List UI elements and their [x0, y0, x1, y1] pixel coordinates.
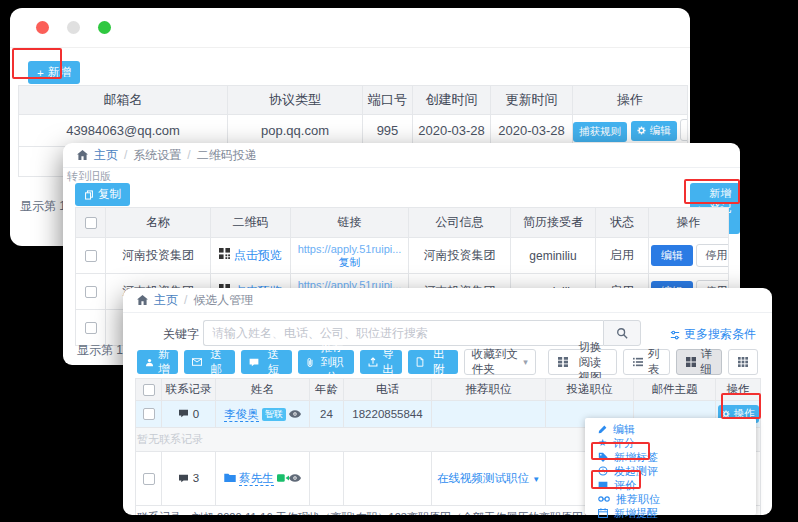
- col-contact-records: 联系记录: [162, 379, 216, 401]
- qr-cell: 点击预览: [211, 238, 291, 274]
- copy-label: 复制: [98, 187, 121, 202]
- search-icon: [616, 327, 628, 339]
- person-icon: [145, 358, 154, 367]
- search-button[interactable]: [603, 320, 641, 346]
- more-search-filters-link[interactable]: 更多搜索条件: [670, 326, 756, 343]
- breadcrumb-system-settings[interactable]: 系统设置: [133, 147, 181, 164]
- keyword-label: 关键字: [163, 326, 199, 343]
- menu-item-label: 推荐职位: [616, 492, 660, 507]
- filter-icon: [670, 330, 680, 340]
- envelope-icon: [192, 358, 202, 366]
- export-button[interactable]: 导出: [360, 350, 402, 374]
- detail-view-button[interactable]: 详细: [676, 349, 723, 375]
- row-select-cell: [76, 274, 106, 310]
- col-created: 创建时间: [413, 86, 491, 115]
- menu-item-add-reminder[interactable]: 新增提醒: [585, 506, 756, 520]
- switch-reading-view-button[interactable]: 切换阅读视图: [548, 349, 617, 375]
- qr-preview-link[interactable]: 点击预览: [234, 248, 282, 262]
- phone-cell: 18220855844: [344, 401, 432, 428]
- source-badge: 智联: [262, 408, 286, 421]
- mailbox-row: 43984063@qq.com pop.qq.com 995 2020-03-2…: [19, 115, 688, 147]
- col-recommended-job: 推荐职位: [432, 379, 546, 401]
- contact-count-cell: 3: [162, 452, 216, 506]
- card-view-button[interactable]: [728, 349, 758, 375]
- qr-code-icon: [219, 248, 230, 259]
- folder-select[interactable]: 收藏到文件夹 ▾: [464, 349, 536, 375]
- candidate-name-link[interactable]: 蔡先生: [239, 472, 274, 486]
- age-cell: 24: [310, 401, 344, 428]
- breadcrumb-qr-delivery: 二维码投递: [197, 147, 257, 164]
- select-all-checkbox[interactable]: [143, 384, 155, 396]
- menu-item-edit[interactable]: 编辑: [585, 422, 756, 436]
- select-all-cell: [136, 379, 162, 401]
- recommended-job-cell: [432, 401, 546, 428]
- col-applied-job: 投递职位: [546, 379, 634, 401]
- col-age: 年龄: [310, 379, 344, 401]
- row-checkbox[interactable]: [85, 286, 97, 298]
- mailbox-table-header: 邮箱名 协议类型 端口号 创建时间 更新时间 操作: [19, 86, 688, 115]
- col-actions: 操作: [573, 86, 688, 115]
- receiver-cell: geminiliu: [511, 238, 596, 274]
- row-checkbox[interactable]: [143, 408, 155, 420]
- minimize-window-dot[interactable]: [67, 21, 80, 34]
- row-checkbox[interactable]: [85, 322, 97, 334]
- contact-records-button[interactable]: 3: [178, 472, 199, 484]
- updated-cell: 2020-03-28: [491, 115, 573, 147]
- recommend-to-job-button[interactable]: 推荐到职位: [298, 350, 355, 374]
- recommended-job-link[interactable]: 在线视频测试职位 ▼: [437, 472, 540, 484]
- detail-grid-icon: [686, 357, 696, 367]
- send-email-button[interactable]: 发送邮件: [184, 350, 235, 374]
- paperclip-icon: [306, 357, 314, 368]
- candidates-table-header: 联系记录 姓名 年龄 电话 推荐职位 投递职位 邮件主题 操作: [136, 379, 761, 401]
- maximize-window-dot[interactable]: [98, 21, 111, 34]
- select-all-checkbox[interactable]: [85, 217, 97, 229]
- copy-button[interactable]: 复制: [75, 183, 130, 206]
- disable-button[interactable]: 停用: [696, 244, 728, 267]
- col-company: 公司信息: [409, 208, 511, 238]
- capture-rules-button[interactable]: 捕获规则: [573, 122, 627, 142]
- eye-icon[interactable]: [289, 410, 301, 418]
- row-checkbox[interactable]: [143, 473, 155, 485]
- protocol-cell: pop.qq.com: [228, 115, 363, 147]
- contact-count: 0: [193, 408, 199, 420]
- row-select-cell: [136, 452, 162, 506]
- edit-mailbox-button[interactable]: 编辑: [631, 121, 677, 141]
- export-attachments-button[interactable]: 导出附件: [408, 350, 458, 374]
- copy-url-link[interactable]: 复制: [293, 256, 406, 269]
- candidate-name-link[interactable]: 李俊奥: [224, 408, 259, 422]
- apply-url-link[interactable]: https://apply.51ruipi...: [293, 243, 406, 256]
- port-cell: 995: [363, 115, 413, 147]
- recommended-job-label: 在线视频测试职位: [437, 472, 529, 484]
- col-phone: 电话: [344, 379, 432, 401]
- legacy-version-link[interactable]: 转到旧版: [67, 169, 111, 184]
- menu-item-recommend-job[interactable]: 推荐职位: [585, 492, 756, 506]
- close-window-dot[interactable]: [36, 21, 49, 34]
- row-select-cell: [76, 238, 106, 274]
- col-email: 邮箱名: [19, 86, 228, 115]
- breadcrumb-home[interactable]: 主页: [154, 292, 178, 309]
- email-cell: 43984063@qq.com: [19, 115, 228, 147]
- video-icon[interactable]: [277, 474, 289, 482]
- edit-button[interactable]: 编辑: [651, 245, 693, 266]
- menu-item-label: 编辑: [613, 422, 635, 437]
- home-icon: [137, 295, 148, 305]
- annotation-box-add-mailbox: [12, 48, 62, 79]
- breadcrumb-home[interactable]: 主页: [94, 147, 118, 164]
- delete-mailbox-button[interactable]: 删除: [680, 119, 687, 141]
- eye-icon[interactable]: [289, 474, 301, 482]
- detail-view-label: 详细: [701, 347, 713, 377]
- actions-cell: 捕获规则 编辑 删除: [573, 115, 688, 147]
- row-checkbox[interactable]: [85, 250, 97, 262]
- pencil-icon: [598, 425, 607, 434]
- annotation-box-add-registration: [684, 179, 740, 204]
- send-sms-button[interactable]: 发送短信: [241, 350, 292, 374]
- speech-bubble-icon: [249, 358, 259, 367]
- col-mail-subject: 邮件主题: [634, 379, 716, 401]
- created-cell: 2020-03-28: [413, 115, 491, 147]
- link-icon: [598, 495, 610, 503]
- add-candidate-button[interactable]: 新增: [137, 350, 178, 374]
- folder-icon[interactable]: [224, 473, 236, 482]
- gear-icon: [637, 126, 646, 135]
- list-view-button[interactable]: 列表: [623, 349, 670, 375]
- contact-records-button[interactable]: 0: [178, 408, 199, 420]
